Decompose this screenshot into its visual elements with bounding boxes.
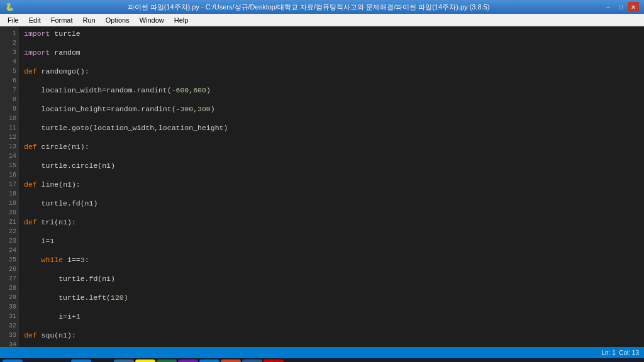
- edge-icon[interactable]: e: [71, 359, 91, 362]
- code-editor[interactable]: import turtle import random def randomgo…: [19, 26, 644, 347]
- titlebar: 🐍 파이썬 파일(14주차).py - C:/Users/성규/Desktop/…: [0, 0, 644, 14]
- search-button[interactable]: 🔍: [24, 359, 44, 362]
- powerpoint-icon[interactable]: P: [221, 359, 241, 362]
- code-container[interactable]: 1234567891011121314151617181920212223242…: [0, 26, 644, 347]
- close-button[interactable]: ✕: [628, 2, 639, 12]
- start-button[interactable]: ⊞: [3, 359, 23, 362]
- outlook-icon[interactable]: O: [199, 359, 219, 362]
- line-numbers: 1234567891011121314151617181920212223242…: [0, 26, 19, 347]
- taskbar: ⊞ 🔍 ⧉ e ● 🐍 K X N O P W A 📶 🔊 🔋 오후 5:03 …: [0, 358, 644, 362]
- titlebar-icon: 🐍: [5, 3, 14, 11]
- menu-window[interactable]: Window: [135, 14, 169, 26]
- chrome-icon[interactable]: ●: [92, 359, 113, 362]
- editor-area: 1234567891011121314151617181920212223242…: [0, 26, 644, 347]
- word-icon[interactable]: W: [242, 359, 262, 362]
- onenote-icon[interactable]: N: [178, 359, 198, 362]
- menu-file[interactable]: File: [3, 14, 24, 26]
- titlebar-controls: – □ ✕: [602, 2, 639, 12]
- statusbar: Ln: 1 Col: 13: [0, 347, 644, 358]
- excel-icon-task[interactable]: X: [157, 359, 177, 362]
- status-ln-col: Ln: 1 Col: 13: [602, 349, 640, 356]
- minimize-button[interactable]: –: [602, 2, 614, 12]
- kakao-icon[interactable]: K: [135, 359, 155, 362]
- menu-edit[interactable]: Edit: [24, 14, 46, 26]
- menu-format[interactable]: Format: [46, 14, 78, 26]
- maximize-button[interactable]: □: [615, 2, 626, 12]
- menubar: File Edit Format Run Options Window Help: [0, 14, 644, 26]
- taskview-button[interactable]: ⧉: [45, 359, 65, 362]
- menu-help[interactable]: Help: [169, 14, 194, 26]
- titlebar-title: 파이썬 파일(14주차).py - C:/Users/성규/Desktop/대학…: [14, 3, 602, 12]
- menu-options[interactable]: Options: [101, 14, 135, 26]
- acrobat-icon[interactable]: A: [264, 359, 284, 362]
- menu-run[interactable]: Run: [78, 14, 101, 26]
- python-icon[interactable]: 🐍: [114, 359, 134, 362]
